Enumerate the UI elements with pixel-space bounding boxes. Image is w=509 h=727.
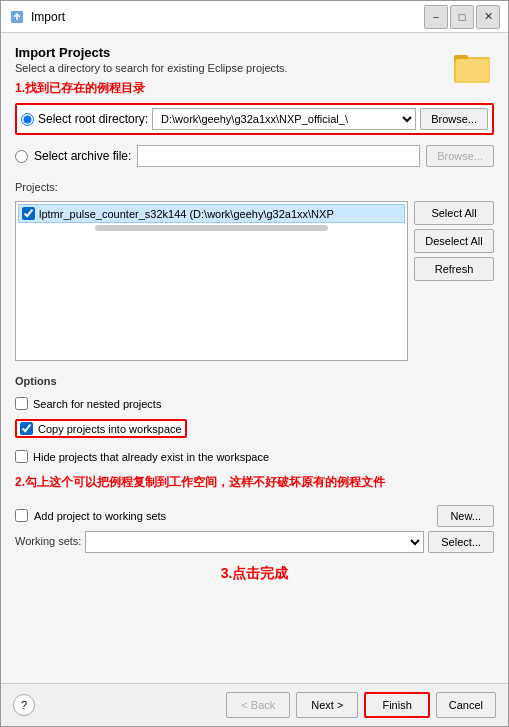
header-section: Import Projects Select a directory to se… <box>15 45 288 97</box>
annotation1: 1.找到已存在的例程目录 <box>15 80 288 97</box>
refresh-button[interactable]: Refresh <box>414 257 494 281</box>
bottom-left: ? <box>13 694 35 716</box>
new-button[interactable]: New... <box>437 505 494 527</box>
browse-root-button[interactable]: Browse... <box>420 108 488 130</box>
working-sets-row: Working sets: Select... <box>15 531 494 553</box>
select-working-sets-button[interactable]: Select... <box>428 531 494 553</box>
scrollbar-indicator <box>95 225 327 231</box>
hide-existing-label: Hide projects that already exist in the … <box>33 451 269 463</box>
annotation3: 3.点击完成 <box>15 565 494 583</box>
back-button[interactable]: < Back <box>226 692 290 718</box>
root-directory-select[interactable]: D:\work\geehy\g32a1xx\NXP_official_\ <box>152 108 416 130</box>
projects-list[interactable]: lptmr_pulse_counter_s32k144 (D:\work\gee… <box>15 201 408 361</box>
add-to-working-sets-row: Add project to working sets New... <box>15 505 494 527</box>
working-sets-select[interactable] <box>85 531 424 553</box>
title-bar: Import − □ ✕ <box>1 1 508 33</box>
page-description: Select a directory to search for existin… <box>15 62 288 74</box>
archive-row: Select archive file: Browse... <box>15 141 494 171</box>
search-nested-checkbox[interactable] <box>15 397 28 410</box>
search-nested-label: Search for nested projects <box>33 398 161 410</box>
hide-existing-row: Hide projects that already exist in the … <box>15 450 494 463</box>
hide-existing-checkbox[interactable] <box>15 450 28 463</box>
cancel-button[interactable]: Cancel <box>436 692 496 718</box>
list-item: lptmr_pulse_counter_s32k144 (D:\work\gee… <box>18 204 405 223</box>
deselect-all-button[interactable]: Deselect All <box>414 229 494 253</box>
add-working-sets-checkbox[interactable] <box>15 509 28 522</box>
add-working-sets-label: Add project to working sets <box>34 510 431 522</box>
options-label: Options <box>15 375 494 387</box>
root-radio[interactable] <box>21 113 34 126</box>
root-label: Select root directory: <box>38 112 148 126</box>
projects-buttons: Select All Deselect All Refresh <box>414 201 494 361</box>
title-bar-left: Import <box>9 9 65 25</box>
bottom-right: < Back Next > Finish Cancel <box>226 692 496 718</box>
page-title: Import Projects <box>15 45 288 60</box>
project-checkbox[interactable] <box>22 207 35 220</box>
search-nested-row: Search for nested projects <box>15 397 494 410</box>
working-sets-section: Add project to working sets New... Worki… <box>15 505 494 553</box>
main-content: Import Projects Select a directory to se… <box>1 33 508 683</box>
copy-projects-container: Copy projects into workspace <box>15 419 494 441</box>
minimize-button[interactable]: − <box>424 5 448 29</box>
archive-label: Select archive file: <box>34 149 131 163</box>
import-dialog: Import − □ ✕ Import Projects Select a di… <box>0 0 509 727</box>
next-button[interactable]: Next > <box>296 692 358 718</box>
root-row: Select root directory: D:\work\geehy\g32… <box>21 108 488 130</box>
projects-label: Projects: <box>15 181 494 193</box>
window-icon <box>9 9 25 25</box>
copy-projects-label: Copy projects into workspace <box>38 423 182 435</box>
projects-container: lptmr_pulse_counter_s32k144 (D:\work\gee… <box>15 201 494 361</box>
title-controls: − □ ✕ <box>424 5 500 29</box>
folder-icon <box>452 45 494 87</box>
archive-radio[interactable] <box>15 150 28 163</box>
finish-button[interactable]: Finish <box>364 692 429 718</box>
copy-projects-checkbox[interactable] <box>20 422 33 435</box>
copy-projects-row: Copy projects into workspace <box>15 419 187 438</box>
working-sets-label: Working sets: <box>15 535 81 547</box>
select-all-button[interactable]: Select All <box>414 201 494 225</box>
close-button[interactable]: ✕ <box>476 5 500 29</box>
annotation2: 2.勾上这个可以把例程复制到工作空间，这样不好破坏原有的例程文件 <box>15 474 494 491</box>
archive-input[interactable] <box>137 145 420 167</box>
root-directory-box: Select root directory: D:\work\geehy\g32… <box>15 103 494 135</box>
bottom-bar: ? < Back Next > Finish Cancel <box>1 683 508 726</box>
help-button[interactable]: ? <box>13 694 35 716</box>
browse-archive-button[interactable]: Browse... <box>426 145 494 167</box>
project-name: lptmr_pulse_counter_s32k144 (D:\work\gee… <box>39 208 334 220</box>
window-title: Import <box>31 10 65 24</box>
maximize-button[interactable]: □ <box>450 5 474 29</box>
